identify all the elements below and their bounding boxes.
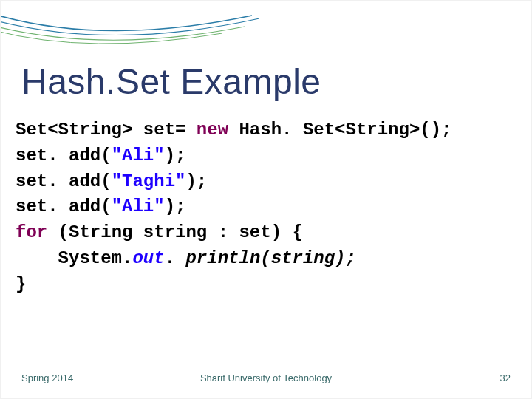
slide-number: 32 [500, 372, 511, 383]
slide-title: Hash.Set Example [21, 61, 321, 102]
decorative-swoosh [1, 1, 532, 60]
footer-date: Spring 2014 [21, 372, 73, 383]
code-line-6: System.out. println(string); [16, 248, 356, 268]
code-line-7: } [16, 274, 26, 294]
code-line-1: Set<String> set= new Hash. Set<String>()… [16, 120, 452, 140]
code-line-4: set. add("Ali"); [16, 197, 185, 216]
code-line-2: set. add("Ali"); [16, 146, 185, 166]
code-line-3: set. add("Taghi"); [16, 171, 207, 191]
code-line-5: for (String string : set) { [16, 222, 303, 242]
footer-institution: Sharif University of Technology [200, 372, 332, 383]
code-block: Set<String> set= new Hash. Set<String>()… [16, 117, 452, 298]
